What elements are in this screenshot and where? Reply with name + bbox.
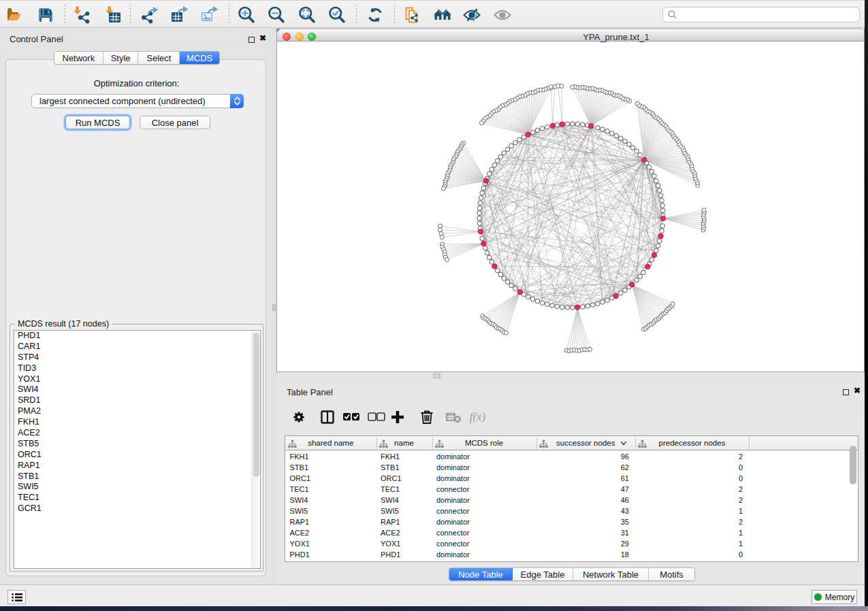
node-table-header[interactable]: shared name name MCDS role successor nod… <box>285 436 858 450</box>
table-row[interactable]: ORC1ORC1dominator610 <box>285 473 858 484</box>
mcds-result-item[interactable]: ORC1 <box>14 450 260 461</box>
column-separator[interactable] <box>536 437 537 449</box>
column-header-shared-name[interactable]: shared name <box>285 436 376 450</box>
mcds-result-item[interactable]: SWI5 <box>14 482 260 493</box>
open-icon[interactable] <box>5 5 24 24</box>
mcds-result-item[interactable]: ACE2 <box>14 428 260 439</box>
table-row[interactable]: SWI5SWI5connector431 <box>285 506 858 516</box>
table-row[interactable]: FKH1FKH1dominator962 <box>285 451 858 462</box>
tab-motifs[interactable]: Motifs <box>649 568 694 580</box>
mcds-result-item[interactable]: GCR1 <box>14 503 260 514</box>
tab-select[interactable]: Select <box>138 52 180 64</box>
table-cell: SWI4 <box>381 496 399 504</box>
mcds-result-item[interactable]: RAP1 <box>14 461 260 472</box>
new-network-from-selection-icon[interactable] <box>403 5 422 24</box>
tab-mcds[interactable]: MCDS <box>180 52 219 64</box>
tab-style[interactable]: Style <box>103 52 139 64</box>
column-separator[interactable] <box>432 437 433 449</box>
mcds-list-scrollbar[interactable] <box>251 331 259 569</box>
mcds-result-item[interactable]: CAR1 <box>14 342 260 352</box>
mcds-result-item[interactable]: STP4 <box>14 352 260 363</box>
search-box[interactable] <box>662 7 860 22</box>
tab-node-table[interactable]: Node Table <box>449 568 513 580</box>
mcds-result-item[interactable]: SRD1 <box>14 395 260 406</box>
criterion-dropdown[interactable]: largest connected component (undirected) <box>31 94 244 108</box>
tab-network-table[interactable]: Network Table <box>573 568 649 580</box>
control-panel-title: Control Panel <box>10 34 63 44</box>
close-panel-icon[interactable]: ✖ <box>259 35 266 42</box>
mcds-result-item[interactable]: PHD1 <box>14 331 260 342</box>
refresh-icon[interactable] <box>366 5 385 24</box>
mcds-list-scrollbar-thumb[interactable] <box>253 333 259 477</box>
hide-selected-icon[interactable] <box>462 5 481 24</box>
memory-button[interactable]: Memory <box>811 590 857 604</box>
mcds-result-item[interactable]: SWI4 <box>14 384 260 395</box>
import-network-icon[interactable] <box>71 5 91 24</box>
mcds-result-item[interactable]: YOX1 <box>14 374 260 385</box>
import-table-icon[interactable] <box>103 5 123 24</box>
table-row[interactable]: SWI4SWI4dominator462 <box>285 495 858 506</box>
tab-edge-table[interactable]: Edge Table <box>513 568 573 580</box>
columns-icon[interactable] <box>317 407 338 427</box>
network-graph-canvas[interactable] <box>277 42 864 371</box>
mcds-result-item[interactable]: STB1 <box>14 472 260 482</box>
table-cell: dominator <box>436 550 470 559</box>
mcds-result-item[interactable]: TEC1 <box>14 493 260 503</box>
column-separator[interactable] <box>749 437 750 449</box>
column-header-successor-nodes[interactable]: successor nodes <box>536 436 636 450</box>
table-cell: dominator <box>436 474 470 482</box>
run-mcds-button[interactable]: Run MCDS <box>65 116 130 129</box>
mcds-result-item[interactable]: STB5 <box>14 439 260 450</box>
network-window-titlebar[interactable]: YPA_prune.txt_1 <box>277 29 864 42</box>
deselect-all-icon[interactable] <box>366 407 387 427</box>
zoom-fit-icon[interactable] <box>298 5 317 24</box>
search-icon <box>668 10 677 19</box>
vertical-splitter-handle[interactable] <box>272 304 276 311</box>
mcds-result-items: PHD1CAR1STP4TID3YOX1SWI4SRD1PMA2FKH1ACE2… <box>14 331 260 514</box>
table-row[interactable]: RAP1RAP1dominator352 <box>285 516 858 527</box>
table-row[interactable]: TEC1TEC1connector472 <box>285 484 858 495</box>
export-network-icon[interactable] <box>140 5 159 24</box>
column-separator[interactable] <box>635 437 636 449</box>
table-cell: STB1 <box>381 463 400 472</box>
mcds-result-list[interactable]: PHD1CAR1STP4TID3YOX1SWI4SRD1PMA2FKH1ACE2… <box>14 330 261 569</box>
table-cell: dominator <box>436 452 470 461</box>
table-cell: 31 <box>536 529 630 537</box>
table-cell: ORC1 <box>290 474 311 482</box>
first-neighbors-icon[interactable] <box>433 5 452 24</box>
table-row[interactable]: YOX1YOX1connector291 <box>285 538 858 549</box>
mcds-result-item[interactable]: PMA2 <box>14 406 260 417</box>
search-input[interactable] <box>680 9 859 21</box>
table-cell: PHD1 <box>290 550 310 559</box>
table-row[interactable]: PHD1PHD1dominator180 <box>285 549 858 560</box>
close-panel-button[interactable]: Close panel <box>140 116 210 129</box>
tab-network[interactable]: Network <box>54 52 103 64</box>
gear-icon[interactable] <box>289 407 309 427</box>
float-table-panel-icon[interactable] <box>843 389 849 395</box>
horizontal-splitter-handle[interactable] <box>433 374 440 378</box>
zoom-selected-icon[interactable] <box>327 5 347 24</box>
select-all-icon[interactable] <box>341 407 361 427</box>
panel-list-button[interactable] <box>7 590 26 604</box>
export-image-icon[interactable] <box>199 5 219 24</box>
mcds-result-item[interactable]: FKH1 <box>14 417 260 428</box>
trash-icon[interactable] <box>417 407 437 427</box>
column-header-name[interactable]: name <box>376 436 432 450</box>
optimization-criterion-label: Optimization criterion: <box>1 78 272 88</box>
close-table-panel-icon[interactable]: ✖ <box>854 388 861 394</box>
table-row[interactable]: STB1STB1dominator620 <box>285 462 858 473</box>
column-separator[interactable] <box>376 437 377 449</box>
column-header-MCDS-role[interactable]: MCDS role <box>432 436 536 450</box>
mcds-result-item[interactable]: TID3 <box>14 363 260 374</box>
zoom-in-icon[interactable] <box>237 5 256 24</box>
column-header-predecessor-nodes[interactable]: predecessor nodes <box>635 436 749 450</box>
export-table-icon[interactable] <box>170 5 189 24</box>
zoom-out-icon[interactable] <box>267 5 286 24</box>
float-panel-icon[interactable] <box>248 37 255 43</box>
table-row[interactable]: ACE2ACE2connector311 <box>285 527 858 538</box>
add-icon[interactable] <box>387 407 408 427</box>
table-cell: connector <box>436 485 469 493</box>
window-focus-corner <box>277 29 280 32</box>
table-scrollbar-thumb[interactable] <box>850 446 856 484</box>
save-icon[interactable] <box>36 5 55 24</box>
